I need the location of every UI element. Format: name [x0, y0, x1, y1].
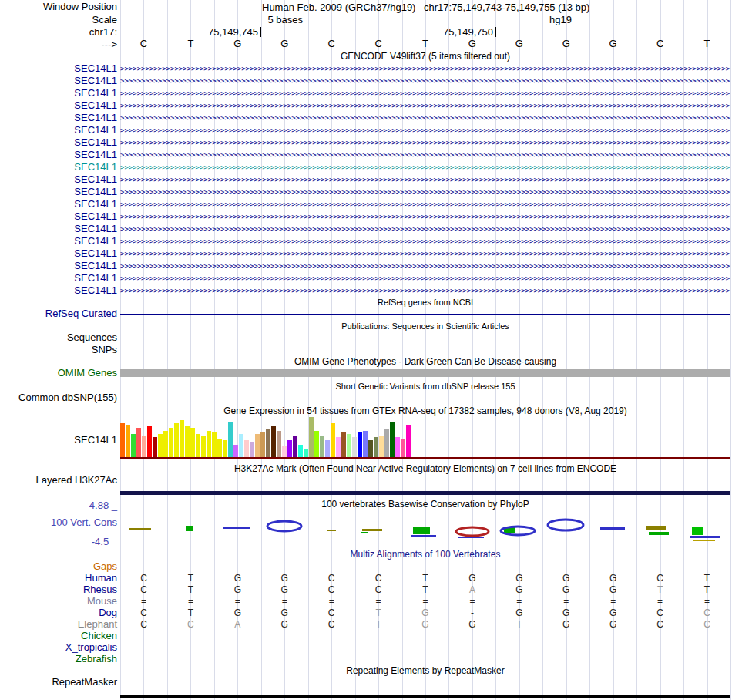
gtex-tissue-bar[interactable] — [153, 437, 157, 457]
gtex-tissue-bar[interactable] — [363, 431, 368, 457]
gtex-tissue-bar[interactable] — [223, 440, 227, 457]
gene-label-sec14l1[interactable]: SEC14L1 — [74, 261, 117, 271]
gtex-tissue-bar[interactable] — [304, 449, 308, 457]
gtex-tissue-bar[interactable] — [314, 431, 319, 457]
gene-label-sec14l1[interactable]: SEC14L1 — [74, 248, 117, 259]
gtex-tissue-bar[interactable] — [185, 426, 190, 457]
gtex-tissue-bar[interactable] — [250, 442, 254, 457]
gtex-tissue-bar[interactable] — [120, 423, 125, 457]
gtex-tissue-bar[interactable] — [201, 436, 206, 457]
gtex-tissue-bar[interactable] — [255, 434, 260, 457]
gene-label-sec14l1[interactable]: SEC14L1 — [74, 187, 117, 197]
transcript-arrow-line[interactable]: >>>>>>>>>>>>>>>>>>>>>>>>>>>>>>>>>>>>>>>>… — [120, 274, 730, 283]
transcript-arrow-line[interactable]: >>>>>>>>>>>>>>>>>>>>>>>>>>>>>>>>>>>>>>>>… — [120, 89, 730, 98]
gene-label-sec14l1[interactable]: SEC14L1 — [74, 125, 117, 136]
gene-label-sec14l1[interactable]: SEC14L1 — [74, 162, 117, 173]
gtex-tissue-bar[interactable] — [207, 431, 211, 457]
gtex-tissue-bar[interactable] — [266, 429, 270, 457]
layered-h3k27ac-label[interactable]: Layered H3K27Ac — [35, 475, 117, 486]
gtex-tissue-bar[interactable] — [212, 432, 217, 457]
transcript-arrow-line[interactable]: >>>>>>>>>>>>>>>>>>>>>>>>>>>>>>>>>>>>>>>>… — [120, 101, 730, 110]
gene-label-sec14l1[interactable]: SEC14L1 — [74, 174, 117, 185]
gtex-tissue-bar[interactable] — [136, 428, 141, 457]
transcript-arrow-line[interactable]: >>>>>>>>>>>>>>>>>>>>>>>>>>>>>>>>>>>>>>>>… — [120, 224, 730, 234]
transcript-arrow-line[interactable]: >>>>>>>>>>>>>>>>>>>>>>>>>>>>>>>>>>>>>>>>… — [120, 249, 730, 258]
gene-label-sec14l1[interactable]: SEC14L1 — [74, 88, 117, 99]
gene-label-sec14l1[interactable]: SEC14L1 — [74, 150, 117, 160]
gtex-tissue-bar[interactable] — [325, 440, 330, 457]
common-dbsnp-label[interactable]: Common dbSNP(155) — [18, 392, 117, 403]
omim-genes-label[interactable]: OMIM Genes — [58, 368, 117, 379]
gtex-tissue-bar[interactable] — [217, 439, 222, 457]
species-label-chicken[interactable]: Chicken — [81, 631, 117, 641]
refseq-curated-label[interactable]: RefSeq Curated — [45, 308, 117, 319]
gtex-tissue-bar[interactable] — [406, 425, 411, 457]
gtex-tissue-bar[interactable] — [320, 436, 324, 457]
gtex-tissue-bar[interactable] — [374, 437, 378, 457]
gtex-tissue-bar[interactable] — [174, 423, 179, 457]
gtex-tissue-bar[interactable] — [169, 428, 173, 457]
transcript-arrow-line[interactable]: >>>>>>>>>>>>>>>>>>>>>>>>>>>>>>>>>>>>>>>>… — [120, 150, 730, 160]
gtex-tissue-bar[interactable] — [347, 434, 351, 457]
gtex-tissue-bar[interactable] — [277, 431, 281, 457]
gtex-tissue-bar[interactable] — [298, 445, 303, 457]
gene-label-sec14l1[interactable]: SEC14L1 — [74, 100, 117, 111]
species-label-dog[interactable]: Dog — [99, 607, 117, 618]
gtex-tissue-bar[interactable] — [260, 432, 265, 457]
gtex-tissue-bar[interactable] — [390, 422, 395, 457]
transcript-arrow-line[interactable]: >>>>>>>>>>>>>>>>>>>>>>>>>>>>>>>>>>>>>>>>… — [120, 113, 730, 123]
gtex-tissue-bar[interactable] — [158, 434, 163, 457]
species-label-elephant[interactable]: Elephant — [78, 619, 117, 630]
gtex-tissue-bar[interactable] — [395, 437, 400, 457]
gtex-tissue-bar[interactable] — [379, 436, 384, 457]
species-label-gaps[interactable]: Gaps — [93, 561, 117, 572]
gtex-tissue-bar[interactable] — [401, 439, 405, 457]
species-label-x_tropicalis[interactable]: X_tropicalis — [65, 642, 117, 653]
gene-label-sec14l1[interactable]: SEC14L1 — [74, 211, 117, 222]
transcript-arrow-line[interactable]: >>>>>>>>>>>>>>>>>>>>>>>>>>>>>>>>>>>>>>>>… — [120, 163, 730, 172]
gtex-tissue-bar[interactable] — [228, 422, 233, 457]
gtex-tissue-bar[interactable] — [126, 425, 130, 457]
gtex-tissue-bar[interactable] — [309, 417, 314, 457]
gtex-tissue-bar[interactable] — [190, 428, 195, 457]
gtex-tissue-bar[interactable] — [358, 432, 362, 457]
transcript-arrow-line[interactable]: >>>>>>>>>>>>>>>>>>>>>>>>>>>>>>>>>>>>>>>>… — [120, 175, 730, 184]
gtex-tissue-bar[interactable] — [163, 431, 168, 457]
gtex-tissue-bar[interactable] — [368, 440, 373, 457]
transcript-arrow-line[interactable]: >>>>>>>>>>>>>>>>>>>>>>>>>>>>>>>>>>>>>>>>… — [120, 200, 730, 209]
gtex-tissue-bar[interactable] — [142, 436, 146, 457]
gtex-tissue-bar[interactable] — [352, 437, 357, 457]
gene-label-sec14l1[interactable]: SEC14L1 — [74, 113, 117, 123]
species-label-zebrafish[interactable]: Zebrafish — [76, 654, 117, 665]
gtex-tissue-bar[interactable] — [282, 446, 287, 457]
gtex-tissue-bar[interactable] — [244, 440, 249, 457]
gtex-tissue-bar[interactable] — [131, 434, 136, 457]
sequences-label[interactable]: Sequences — [67, 332, 117, 343]
conservation-track-label[interactable]: 100 Vert. Cons — [51, 517, 117, 528]
transcript-arrow-line[interactable]: >>>>>>>>>>>>>>>>>>>>>>>>>>>>>>>>>>>>>>>>… — [120, 187, 730, 197]
h3k27ac-signal-bar[interactable] — [120, 491, 730, 495]
gtex-tissue-bar[interactable] — [331, 423, 335, 457]
gene-label-sec14l1[interactable]: SEC14L1 — [74, 137, 117, 148]
transcript-arrow-line[interactable]: >>>>>>>>>>>>>>>>>>>>>>>>>>>>>>>>>>>>>>>>… — [120, 64, 730, 73]
species-label-rhesus[interactable]: Rhesus — [83, 584, 117, 595]
gtex-tissue-bar[interactable] — [287, 440, 292, 457]
gene-label-sec14l1[interactable]: SEC14L1 — [74, 63, 117, 74]
gene-label-sec14l1[interactable]: SEC14L1 — [74, 285, 117, 296]
species-label-human[interactable]: Human — [85, 573, 117, 584]
gene-label-sec14l1[interactable]: SEC14L1 — [74, 76, 117, 86]
gtex-tissue-bar[interactable] — [341, 432, 346, 457]
gtex-tissue-bar[interactable] — [293, 436, 297, 457]
refseq-gene-bar[interactable] — [120, 314, 730, 315]
gtex-tissue-bar[interactable] — [196, 434, 200, 457]
gene-label-sec14l1[interactable]: SEC14L1 — [74, 224, 117, 234]
gene-label-sec14l1[interactable]: SEC14L1 — [74, 273, 117, 284]
transcript-arrow-line[interactable]: >>>>>>>>>>>>>>>>>>>>>>>>>>>>>>>>>>>>>>>>… — [120, 212, 730, 221]
transcript-arrow-line[interactable]: >>>>>>>>>>>>>>>>>>>>>>>>>>>>>>>>>>>>>>>>… — [120, 126, 730, 135]
gene-label-sec14l1[interactable]: SEC14L1 — [74, 236, 117, 247]
gtex-tissue-bar[interactable] — [336, 437, 341, 457]
repeatmasker-track-bar[interactable] — [120, 695, 730, 698]
gtex-tissue-bar[interactable] — [147, 426, 152, 457]
gene-label-sec14l1[interactable]: SEC14L1 — [74, 199, 117, 210]
transcript-arrow-line[interactable]: >>>>>>>>>>>>>>>>>>>>>>>>>>>>>>>>>>>>>>>>… — [120, 261, 730, 271]
